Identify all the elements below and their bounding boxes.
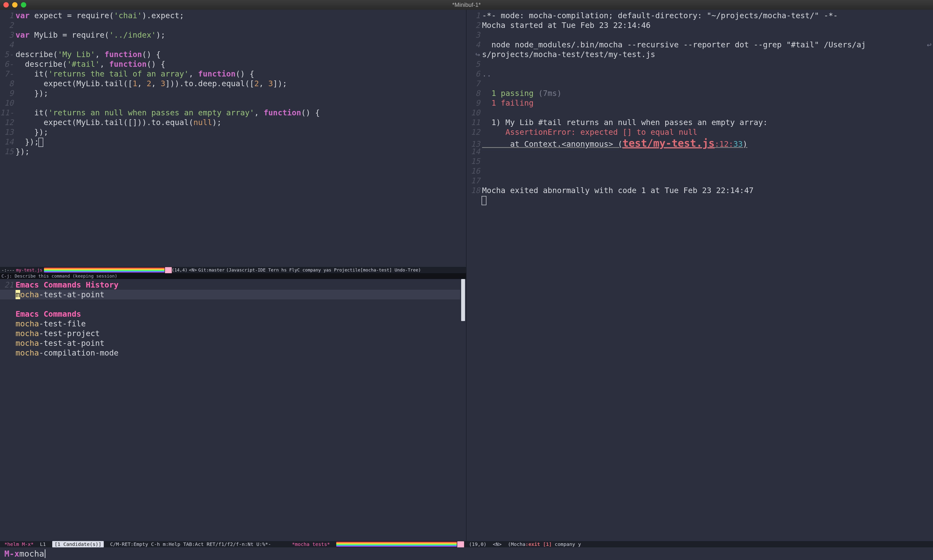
- code-text: var MyLib = require('../index');: [15, 30, 165, 40]
- output-line[interactable]: ↪s/projects/mocha-test/test/my-test.js: [466, 49, 933, 59]
- code-text: var expect = require('chai').expect;: [15, 11, 184, 20]
- line-number: 16: [466, 166, 482, 176]
- modeline-n: <N>: [189, 267, 197, 273]
- line-number: 11: [466, 117, 482, 127]
- line-number: 17: [466, 176, 482, 186]
- helm-tip-line: C-j: Describe this command (keeping sess…: [0, 273, 466, 279]
- code-line[interactable]: 12 expect(MyLib.tail([])).to.equal(null)…: [0, 117, 466, 127]
- code-line[interactable]: 1var expect = require('chai').expect;: [0, 11, 466, 20]
- line-number: 5-: [0, 49, 15, 59]
- line-number: 5: [466, 59, 482, 69]
- output-text: 1) My Lib #tail returns an null when pas…: [482, 117, 768, 127]
- code-text: describe('My Lib', function() {: [15, 49, 161, 59]
- helm-candidate-selected[interactable]: mocha-test-at-point: [0, 290, 460, 299]
- code-line[interactable]: 9 });: [0, 88, 466, 98]
- helm-section-header: 21Emacs Commands History: [0, 280, 466, 290]
- output-line[interactable]: 3: [466, 30, 933, 40]
- output-line[interactable]: 18Mocha exited abnormally with code 1 at…: [466, 186, 933, 195]
- line-number: 14: [0, 137, 15, 147]
- code-line[interactable]: 8 expect(MyLib.tail([1, 2, 3])).to.deep.…: [0, 79, 466, 88]
- code-line[interactable]: 6- describe('#tail', function() {: [0, 59, 466, 69]
- modeline-code: -:--- my-test.js (14,4) <N> Git:master (…: [0, 267, 466, 273]
- output-line[interactable]: 7: [466, 79, 933, 88]
- modeline-output-buffer: *mocha tests*: [292, 541, 330, 548]
- line-number: 10: [0, 98, 15, 108]
- line-number: 7: [466, 79, 482, 88]
- line-number: 2: [466, 20, 482, 30]
- cursor-icon: [45, 549, 45, 558]
- line-number: 1: [0, 11, 15, 20]
- code-line[interactable]: 3var MyLib = require('../index');: [0, 30, 466, 40]
- wrap-icon: ↩: [927, 40, 931, 49]
- modeline-output-modes: (Mocha:exit [1] company y: [508, 541, 581, 548]
- output-line[interactable]: 1-*- mode: mocha-compilation; default-di…: [466, 11, 933, 20]
- code-line[interactable]: 11- it('returns an null when passes an e…: [0, 108, 466, 117]
- output-text: 1 passing (7ms): [482, 88, 562, 98]
- line-number: 4: [0, 40, 15, 49]
- output-line[interactable]: 17: [466, 176, 933, 186]
- code-line[interactable]: 5-describe('My Lib', function() {: [0, 49, 466, 59]
- code-line[interactable]: 14 });: [0, 137, 466, 147]
- line-number: 1: [466, 11, 482, 20]
- output-line: [466, 195, 933, 205]
- blank-line: [0, 299, 466, 309]
- output-line[interactable]: 10: [466, 108, 933, 117]
- emacs-frame: 1var expect = require('chai').expect;23v…: [0, 10, 933, 560]
- line-number: 8: [0, 79, 15, 88]
- code-line[interactable]: 10: [0, 98, 466, 108]
- minibuffer[interactable]: M-x mocha: [0, 548, 933, 560]
- helm-candidate[interactable]: mocha-test-project: [0, 329, 466, 338]
- code-text: });: [15, 137, 43, 147]
- modeline-line: L1: [40, 541, 46, 548]
- output-line[interactable]: 11 1) My Lib #tail returns an null when …: [466, 117, 933, 127]
- scrollbar-thumb[interactable]: [461, 279, 465, 321]
- output-text: s/projects/mocha-test/test/my-test.js: [482, 49, 655, 59]
- nyan-progress-icon: [44, 268, 170, 272]
- line-number: 13: [0, 127, 15, 137]
- scrollbar[interactable]: [460, 279, 466, 541]
- line-number: 3: [466, 30, 482, 40]
- modeline-flags: -:---: [2, 267, 15, 273]
- code-pane[interactable]: 1var expect = require('chai').expect;23v…: [0, 10, 466, 279]
- code-text: expect(MyLib.tail([])).to.equal(null);: [15, 117, 222, 127]
- output-line[interactable]: 13 at Context.<anonymous> (test/my-test.…: [466, 137, 933, 147]
- modeline-helm-buffer: *helm M-x*: [5, 541, 34, 548]
- code-line[interactable]: 7- it('returns the tail of an array', fu…: [0, 69, 466, 79]
- code-line[interactable]: 15});: [0, 147, 466, 156]
- helm-pane[interactable]: 21Emacs Commands Historymocha-test-at-po…: [0, 279, 466, 541]
- output-line[interactable]: 14: [466, 147, 933, 156]
- output-line[interactable]: 6..: [466, 69, 933, 79]
- line-number: ↪: [466, 49, 482, 59]
- output-line[interactable]: 9 1 failing: [466, 98, 933, 108]
- output-line[interactable]: 12 AssertionError: expected [] to equal …: [466, 127, 933, 137]
- output-line[interactable]: 4↩ node node_modules/.bin/mocha --recurs…: [466, 40, 933, 49]
- code-text: });: [15, 127, 48, 137]
- code-line[interactable]: 13 });: [0, 127, 466, 137]
- output-line[interactable]: 2Mocha started at Tue Feb 23 22:14:46: [466, 20, 933, 30]
- output-line[interactable]: 8 1 passing (7ms): [466, 88, 933, 98]
- code-line[interactable]: 2: [0, 20, 466, 30]
- line-number: 18: [466, 186, 482, 195]
- helm-candidate[interactable]: mocha-test-file: [0, 319, 466, 329]
- code-text: it('returns an null when passes an empty…: [15, 108, 320, 117]
- line-number: 11-: [0, 108, 15, 117]
- output-pane[interactable]: 1-*- mode: mocha-compilation; default-di…: [466, 10, 933, 541]
- line-number: 12: [466, 127, 482, 137]
- helm-candidate[interactable]: mocha-test-at-point: [0, 338, 466, 348]
- output-line[interactable]: 16: [466, 166, 933, 176]
- output-line[interactable]: 15: [466, 156, 933, 166]
- code-text: });: [15, 88, 48, 98]
- code-line[interactable]: 4: [0, 40, 466, 49]
- output-line[interactable]: 5: [466, 59, 933, 69]
- output-text: node node_modules/.bin/mocha --recursive…: [482, 40, 866, 49]
- output-text: Mocha started at Tue Feb 23 22:14:46: [482, 20, 651, 30]
- helm-candidate[interactable]: mocha-compilation-mode: [0, 348, 466, 358]
- modeline-bottom: *helm M-x* L1 [1 Candidate(s)] C/M-RET:E…: [0, 541, 933, 548]
- modeline-position: (14,4): [172, 267, 188, 273]
- line-number: 4: [466, 40, 482, 49]
- modeline-n: <N>: [493, 541, 502, 548]
- minibuffer-input[interactable]: mocha: [19, 549, 44, 559]
- code-text: describe('#tail', function() {: [15, 59, 165, 69]
- output-text: -*- mode: mocha-compilation; default-dir…: [482, 11, 838, 20]
- line-number: 6-: [0, 59, 15, 69]
